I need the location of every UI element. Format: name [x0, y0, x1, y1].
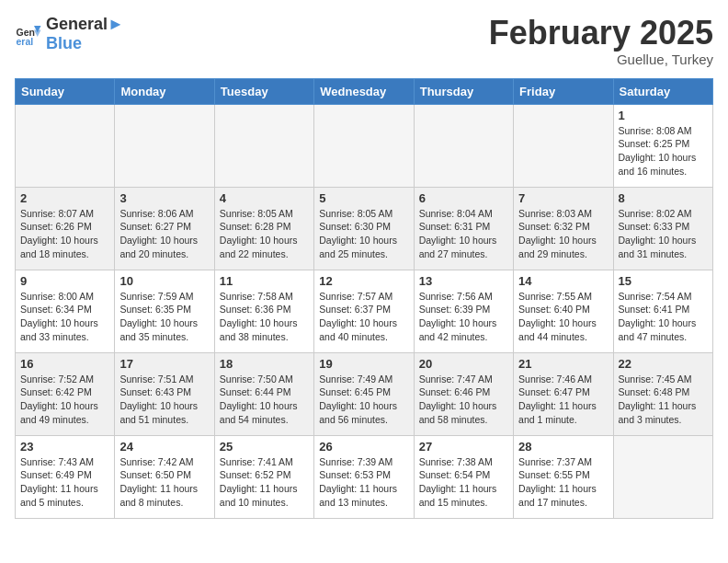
day-number: 1: [619, 109, 708, 122]
calendar-day-cell: 6Sunrise: 8:04 AMSunset: 6:31 PMDaylight…: [414, 187, 513, 270]
day-number: 27: [419, 440, 508, 454]
day-number: 12: [319, 274, 408, 288]
day-info: Sunrise: 7:42 AMSunset: 6:50 PMDaylight:…: [119, 455, 209, 510]
calendar-header-row: SundayMondayTuesdayWednesdayThursdayFrid…: [16, 78, 713, 104]
calendar-day-cell: 1Sunrise: 8:08 AMSunset: 6:25 PMDaylight…: [613, 104, 712, 187]
calendar-day-cell: 13Sunrise: 7:56 AMSunset: 6:39 PMDayligh…: [414, 270, 513, 352]
logo-blue: Blue: [46, 34, 82, 52]
day-number: 11: [220, 274, 309, 288]
day-number: 18: [220, 357, 309, 371]
day-info: Sunrise: 7:55 AMSunset: 6:40 PMDaylight:…: [518, 290, 608, 344]
calendar-day-cell: 15Sunrise: 7:54 AMSunset: 6:41 PMDayligh…: [613, 270, 712, 352]
calendar-day-cell: 26Sunrise: 7:39 AMSunset: 6:53 PMDayligh…: [314, 435, 414, 518]
calendar-week-row: 1Sunrise: 8:08 AMSunset: 6:25 PMDaylight…: [16, 104, 713, 187]
day-number: 3: [119, 191, 209, 205]
day-number: 28: [518, 440, 608, 454]
day-header-tuesday: Tuesday: [214, 78, 313, 104]
calendar-day-cell: 4Sunrise: 8:05 AMSunset: 6:28 PMDaylight…: [214, 187, 313, 270]
day-info: Sunrise: 7:58 AMSunset: 6:36 PMDaylight:…: [220, 290, 309, 344]
calendar-day-cell: 23Sunrise: 7:43 AMSunset: 6:49 PMDayligh…: [16, 435, 115, 518]
calendar-day-cell: 18Sunrise: 7:50 AMSunset: 6:44 PMDayligh…: [214, 352, 313, 435]
calendar-week-row: 2Sunrise: 8:07 AMSunset: 6:26 PMDaylight…: [16, 187, 713, 270]
day-number: 5: [319, 191, 408, 205]
calendar-day-cell: [16, 104, 115, 187]
day-info: Sunrise: 7:51 AMSunset: 6:43 PMDaylight:…: [119, 373, 209, 427]
day-info: Sunrise: 7:41 AMSunset: 6:52 PMDaylight:…: [220, 455, 309, 510]
calendar-day-cell: 28Sunrise: 7:37 AMSunset: 6:55 PMDayligh…: [514, 435, 613, 518]
calendar-day-cell: 14Sunrise: 7:55 AMSunset: 6:40 PMDayligh…: [514, 270, 613, 352]
calendar-day-cell: 11Sunrise: 7:58 AMSunset: 6:36 PMDayligh…: [214, 270, 313, 352]
calendar-day-cell: 10Sunrise: 7:59 AMSunset: 6:35 PMDayligh…: [115, 270, 214, 352]
day-number: 19: [319, 357, 408, 371]
day-info: Sunrise: 7:47 AMSunset: 6:46 PMDaylight:…: [419, 373, 508, 427]
day-number: 21: [518, 357, 608, 371]
day-info: Sunrise: 7:45 AMSunset: 6:48 PMDaylight:…: [619, 373, 708, 427]
calendar-day-cell: 25Sunrise: 7:41 AMSunset: 6:52 PMDayligh…: [214, 435, 313, 518]
day-info: Sunrise: 7:50 AMSunset: 6:44 PMDaylight:…: [220, 373, 309, 427]
calendar-day-cell: 8Sunrise: 8:02 AMSunset: 6:33 PMDaylight…: [613, 187, 712, 270]
logo-icon: Gen eral: [15, 20, 42, 48]
calendar-day-cell: 19Sunrise: 7:49 AMSunset: 6:45 PMDayligh…: [314, 352, 414, 435]
day-info: Sunrise: 7:39 AMSunset: 6:53 PMDaylight:…: [319, 455, 408, 510]
day-number: 13: [419, 274, 508, 288]
day-number: 2: [20, 191, 109, 205]
calendar-week-row: 9Sunrise: 8:00 AMSunset: 6:34 PMDaylight…: [16, 270, 713, 352]
calendar-day-cell: 21Sunrise: 7:46 AMSunset: 6:47 PMDayligh…: [514, 352, 613, 435]
day-info: Sunrise: 8:00 AMSunset: 6:34 PMDaylight:…: [20, 290, 109, 344]
calendar-day-cell: [613, 435, 712, 518]
day-info: Sunrise: 8:04 AMSunset: 6:31 PMDaylight:…: [419, 207, 508, 261]
day-info: Sunrise: 7:54 AMSunset: 6:41 PMDaylight:…: [619, 290, 708, 344]
logo-separator: ►: [108, 15, 124, 34]
calendar-day-cell: 5Sunrise: 8:05 AMSunset: 6:30 PMDaylight…: [314, 187, 414, 270]
day-header-friday: Friday: [514, 78, 613, 104]
calendar-day-cell: [314, 104, 414, 187]
calendar-day-cell: 24Sunrise: 7:42 AMSunset: 6:50 PMDayligh…: [115, 435, 214, 518]
day-info: Sunrise: 8:08 AMSunset: 6:25 PMDaylight:…: [619, 124, 708, 178]
day-header-sunday: Sunday: [16, 78, 115, 104]
day-info: Sunrise: 7:57 AMSunset: 6:37 PMDaylight:…: [319, 290, 408, 344]
calendar-day-cell: 17Sunrise: 7:51 AMSunset: 6:43 PMDayligh…: [115, 352, 214, 435]
day-number: 15: [619, 274, 708, 288]
day-info: Sunrise: 8:05 AMSunset: 6:30 PMDaylight:…: [319, 207, 408, 261]
calendar-day-cell: [514, 104, 613, 187]
day-info: Sunrise: 7:56 AMSunset: 6:39 PMDaylight:…: [419, 290, 508, 344]
calendar-day-cell: 20Sunrise: 7:47 AMSunset: 6:46 PMDayligh…: [414, 352, 513, 435]
day-header-thursday: Thursday: [414, 78, 513, 104]
day-info: Sunrise: 8:06 AMSunset: 6:27 PMDaylight:…: [119, 207, 209, 261]
day-info: Sunrise: 7:49 AMSunset: 6:45 PMDaylight:…: [319, 373, 408, 427]
svg-text:eral: eral: [17, 36, 34, 47]
day-number: 10: [119, 274, 209, 288]
day-info: Sunrise: 8:03 AMSunset: 6:32 PMDaylight:…: [518, 207, 608, 261]
day-number: 22: [619, 357, 708, 371]
day-number: 24: [119, 440, 209, 454]
title-block: February 2025 Guellue, Turkey: [489, 15, 713, 67]
day-info: Sunrise: 8:05 AMSunset: 6:28 PMDaylight:…: [220, 207, 309, 261]
month-year-title: February 2025: [489, 15, 713, 52]
calendar-day-cell: [115, 104, 214, 187]
calendar-day-cell: 7Sunrise: 8:03 AMSunset: 6:32 PMDaylight…: [514, 187, 613, 270]
day-number: 14: [518, 274, 608, 288]
day-info: Sunrise: 8:07 AMSunset: 6:26 PMDaylight:…: [20, 207, 109, 261]
day-number: 26: [319, 440, 408, 454]
day-info: Sunrise: 7:52 AMSunset: 6:42 PMDaylight:…: [20, 373, 109, 427]
svg-marker-3: [34, 30, 41, 38]
calendar-day-cell: 22Sunrise: 7:45 AMSunset: 6:48 PMDayligh…: [613, 352, 712, 435]
calendar-week-row: 23Sunrise: 7:43 AMSunset: 6:49 PMDayligh…: [16, 435, 713, 518]
calendar-day-cell: 27Sunrise: 7:38 AMSunset: 6:54 PMDayligh…: [414, 435, 513, 518]
day-info: Sunrise: 7:37 AMSunset: 6:55 PMDaylight:…: [518, 455, 608, 510]
day-header-monday: Monday: [115, 78, 214, 104]
day-number: 4: [220, 191, 309, 205]
calendar-day-cell: 12Sunrise: 7:57 AMSunset: 6:37 PMDayligh…: [314, 270, 414, 352]
calendar-day-cell: 16Sunrise: 7:52 AMSunset: 6:42 PMDayligh…: [16, 352, 115, 435]
day-info: Sunrise: 8:02 AMSunset: 6:33 PMDaylight:…: [619, 207, 708, 261]
logo-general: General: [46, 15, 108, 34]
page-header: Gen eral General ► Blue February 2025 Gu…: [15, 15, 713, 67]
calendar-day-cell: 3Sunrise: 8:06 AMSunset: 6:27 PMDaylight…: [115, 187, 214, 270]
location-subtitle: Guellue, Turkey: [489, 52, 713, 67]
day-info: Sunrise: 7:46 AMSunset: 6:47 PMDaylight:…: [518, 373, 608, 427]
day-header-wednesday: Wednesday: [314, 78, 414, 104]
day-number: 23: [20, 440, 109, 454]
calendar-week-row: 16Sunrise: 7:52 AMSunset: 6:42 PMDayligh…: [16, 352, 713, 435]
day-number: 9: [20, 274, 109, 288]
day-number: 8: [619, 191, 708, 205]
